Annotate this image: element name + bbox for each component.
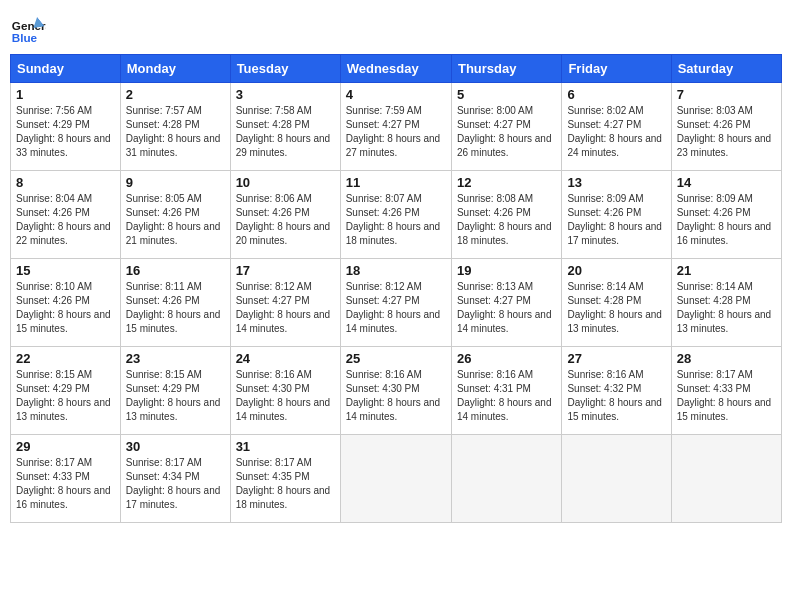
calendar-cell: 15Sunrise: 8:10 AMSunset: 4:26 PMDayligh… — [11, 259, 121, 347]
day-info: Sunrise: 8:17 AMSunset: 4:33 PMDaylight:… — [16, 456, 115, 512]
day-number: 26 — [457, 351, 556, 366]
calendar-cell — [451, 435, 561, 523]
calendar-cell: 25Sunrise: 8:16 AMSunset: 4:30 PMDayligh… — [340, 347, 451, 435]
calendar-cell: 11Sunrise: 8:07 AMSunset: 4:26 PMDayligh… — [340, 171, 451, 259]
day-number: 30 — [126, 439, 225, 454]
day-number: 16 — [126, 263, 225, 278]
calendar-cell: 16Sunrise: 8:11 AMSunset: 4:26 PMDayligh… — [120, 259, 230, 347]
day-info: Sunrise: 8:16 AMSunset: 4:30 PMDaylight:… — [346, 368, 446, 424]
calendar-cell: 5Sunrise: 8:00 AMSunset: 4:27 PMDaylight… — [451, 83, 561, 171]
col-header-thursday: Thursday — [451, 55, 561, 83]
col-header-tuesday: Tuesday — [230, 55, 340, 83]
calendar-cell: 31Sunrise: 8:17 AMSunset: 4:35 PMDayligh… — [230, 435, 340, 523]
day-info: Sunrise: 8:15 AMSunset: 4:29 PMDaylight:… — [16, 368, 115, 424]
calendar-cell: 28Sunrise: 8:17 AMSunset: 4:33 PMDayligh… — [671, 347, 781, 435]
svg-text:Blue: Blue — [12, 31, 38, 44]
day-info: Sunrise: 8:13 AMSunset: 4:27 PMDaylight:… — [457, 280, 556, 336]
col-header-wednesday: Wednesday — [340, 55, 451, 83]
calendar-cell: 10Sunrise: 8:06 AMSunset: 4:26 PMDayligh… — [230, 171, 340, 259]
day-number: 24 — [236, 351, 335, 366]
day-number: 28 — [677, 351, 776, 366]
calendar-cell: 21Sunrise: 8:14 AMSunset: 4:28 PMDayligh… — [671, 259, 781, 347]
day-info: Sunrise: 8:11 AMSunset: 4:26 PMDaylight:… — [126, 280, 225, 336]
day-number: 20 — [567, 263, 665, 278]
calendar-cell: 12Sunrise: 8:08 AMSunset: 4:26 PMDayligh… — [451, 171, 561, 259]
day-info: Sunrise: 7:59 AMSunset: 4:27 PMDaylight:… — [346, 104, 446, 160]
calendar-cell: 22Sunrise: 8:15 AMSunset: 4:29 PMDayligh… — [11, 347, 121, 435]
calendar-week-2: 8Sunrise: 8:04 AMSunset: 4:26 PMDaylight… — [11, 171, 782, 259]
col-header-friday: Friday — [562, 55, 671, 83]
day-number: 29 — [16, 439, 115, 454]
day-number: 4 — [346, 87, 446, 102]
day-number: 13 — [567, 175, 665, 190]
day-info: Sunrise: 8:15 AMSunset: 4:29 PMDaylight:… — [126, 368, 225, 424]
day-number: 9 — [126, 175, 225, 190]
day-info: Sunrise: 7:56 AMSunset: 4:29 PMDaylight:… — [16, 104, 115, 160]
calendar-week-3: 15Sunrise: 8:10 AMSunset: 4:26 PMDayligh… — [11, 259, 782, 347]
day-number: 2 — [126, 87, 225, 102]
calendar-cell: 29Sunrise: 8:17 AMSunset: 4:33 PMDayligh… — [11, 435, 121, 523]
day-number: 14 — [677, 175, 776, 190]
calendar-cell: 20Sunrise: 8:14 AMSunset: 4:28 PMDayligh… — [562, 259, 671, 347]
day-info: Sunrise: 8:07 AMSunset: 4:26 PMDaylight:… — [346, 192, 446, 248]
calendar-cell: 4Sunrise: 7:59 AMSunset: 4:27 PMDaylight… — [340, 83, 451, 171]
calendar-cell — [671, 435, 781, 523]
calendar-cell: 7Sunrise: 8:03 AMSunset: 4:26 PMDaylight… — [671, 83, 781, 171]
day-number: 21 — [677, 263, 776, 278]
day-info: Sunrise: 8:17 AMSunset: 4:35 PMDaylight:… — [236, 456, 335, 512]
day-number: 22 — [16, 351, 115, 366]
day-info: Sunrise: 8:00 AMSunset: 4:27 PMDaylight:… — [457, 104, 556, 160]
calendar-cell: 6Sunrise: 8:02 AMSunset: 4:27 PMDaylight… — [562, 83, 671, 171]
col-header-monday: Monday — [120, 55, 230, 83]
day-info: Sunrise: 8:12 AMSunset: 4:27 PMDaylight:… — [236, 280, 335, 336]
day-info: Sunrise: 8:17 AMSunset: 4:34 PMDaylight:… — [126, 456, 225, 512]
calendar-cell — [562, 435, 671, 523]
day-info: Sunrise: 7:58 AMSunset: 4:28 PMDaylight:… — [236, 104, 335, 160]
day-number: 15 — [16, 263, 115, 278]
calendar-week-5: 29Sunrise: 8:17 AMSunset: 4:33 PMDayligh… — [11, 435, 782, 523]
calendar-cell: 17Sunrise: 8:12 AMSunset: 4:27 PMDayligh… — [230, 259, 340, 347]
day-number: 18 — [346, 263, 446, 278]
calendar-table: SundayMondayTuesdayWednesdayThursdayFrid… — [10, 54, 782, 523]
calendar-cell: 8Sunrise: 8:04 AMSunset: 4:26 PMDaylight… — [11, 171, 121, 259]
day-info: Sunrise: 8:14 AMSunset: 4:28 PMDaylight:… — [567, 280, 665, 336]
calendar-cell — [340, 435, 451, 523]
day-info: Sunrise: 8:09 AMSunset: 4:26 PMDaylight:… — [677, 192, 776, 248]
col-header-saturday: Saturday — [671, 55, 781, 83]
col-header-sunday: Sunday — [11, 55, 121, 83]
day-number: 25 — [346, 351, 446, 366]
day-number: 1 — [16, 87, 115, 102]
calendar-cell: 3Sunrise: 7:58 AMSunset: 4:28 PMDaylight… — [230, 83, 340, 171]
calendar-cell: 14Sunrise: 8:09 AMSunset: 4:26 PMDayligh… — [671, 171, 781, 259]
day-number: 19 — [457, 263, 556, 278]
day-number: 23 — [126, 351, 225, 366]
day-number: 11 — [346, 175, 446, 190]
calendar-cell: 1Sunrise: 7:56 AMSunset: 4:29 PMDaylight… — [11, 83, 121, 171]
calendar-cell: 24Sunrise: 8:16 AMSunset: 4:30 PMDayligh… — [230, 347, 340, 435]
day-info: Sunrise: 8:10 AMSunset: 4:26 PMDaylight:… — [16, 280, 115, 336]
day-info: Sunrise: 8:04 AMSunset: 4:26 PMDaylight:… — [16, 192, 115, 248]
calendar-header-row: SundayMondayTuesdayWednesdayThursdayFrid… — [11, 55, 782, 83]
day-number: 5 — [457, 87, 556, 102]
day-info: Sunrise: 8:16 AMSunset: 4:30 PMDaylight:… — [236, 368, 335, 424]
day-number: 10 — [236, 175, 335, 190]
day-info: Sunrise: 8:02 AMSunset: 4:27 PMDaylight:… — [567, 104, 665, 160]
day-info: Sunrise: 8:03 AMSunset: 4:26 PMDaylight:… — [677, 104, 776, 160]
day-info: Sunrise: 8:16 AMSunset: 4:31 PMDaylight:… — [457, 368, 556, 424]
day-number: 17 — [236, 263, 335, 278]
day-number: 27 — [567, 351, 665, 366]
day-number: 31 — [236, 439, 335, 454]
day-number: 6 — [567, 87, 665, 102]
day-info: Sunrise: 8:17 AMSunset: 4:33 PMDaylight:… — [677, 368, 776, 424]
day-info: Sunrise: 7:57 AMSunset: 4:28 PMDaylight:… — [126, 104, 225, 160]
day-number: 7 — [677, 87, 776, 102]
calendar-cell: 27Sunrise: 8:16 AMSunset: 4:32 PMDayligh… — [562, 347, 671, 435]
day-number: 8 — [16, 175, 115, 190]
calendar-cell: 26Sunrise: 8:16 AMSunset: 4:31 PMDayligh… — [451, 347, 561, 435]
calendar-cell: 19Sunrise: 8:13 AMSunset: 4:27 PMDayligh… — [451, 259, 561, 347]
calendar-week-4: 22Sunrise: 8:15 AMSunset: 4:29 PMDayligh… — [11, 347, 782, 435]
calendar-cell: 23Sunrise: 8:15 AMSunset: 4:29 PMDayligh… — [120, 347, 230, 435]
day-info: Sunrise: 8:06 AMSunset: 4:26 PMDaylight:… — [236, 192, 335, 248]
calendar-cell: 18Sunrise: 8:12 AMSunset: 4:27 PMDayligh… — [340, 259, 451, 347]
calendar-cell: 9Sunrise: 8:05 AMSunset: 4:26 PMDaylight… — [120, 171, 230, 259]
